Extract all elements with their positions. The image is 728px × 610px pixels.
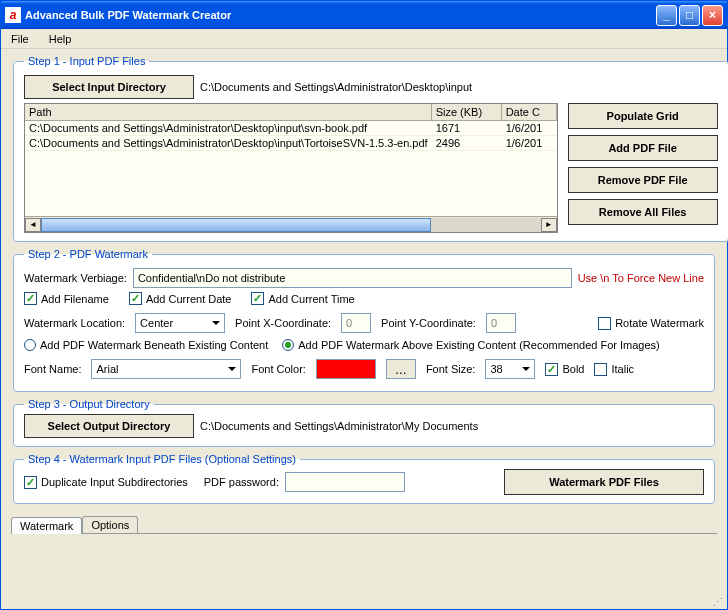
- grid-body: C:\Documents and Settings\Administrator\…: [25, 121, 557, 216]
- step2-legend: Step 2 - PDF Watermark: [24, 248, 152, 260]
- menubar: File Help: [1, 29, 727, 49]
- verbiage-input[interactable]: [133, 268, 572, 288]
- scroll-track[interactable]: [41, 218, 541, 232]
- app-icon: a: [5, 7, 21, 23]
- bottom-tabs: Watermark Options: [11, 514, 717, 534]
- menu-file[interactable]: File: [5, 31, 35, 47]
- watermark-files-button[interactable]: Watermark PDF Files: [504, 469, 704, 495]
- remove-all-button[interactable]: Remove All Files: [568, 199, 718, 225]
- step3-group: Step 3 - Output Directory Select Output …: [13, 398, 715, 447]
- col-path[interactable]: Path: [25, 104, 432, 120]
- select-output-dir-button[interactable]: Select Output Directory: [24, 414, 194, 438]
- table-row[interactable]: C:\Documents and Settings\Administrator\…: [25, 121, 557, 136]
- newline-hint: Use \n To Force New Line: [578, 272, 704, 284]
- tab-watermark[interactable]: Watermark: [11, 517, 82, 534]
- step1-group: Step 1 - Input PDF Files Select Input Di…: [13, 55, 728, 242]
- menu-help[interactable]: Help: [43, 31, 78, 47]
- input-dir-path: C:\Documents and Settings\Administrator\…: [200, 81, 472, 93]
- font-color-swatch[interactable]: [316, 359, 376, 379]
- location-dropdown[interactable]: Center: [135, 313, 225, 333]
- minimize-button[interactable]: _: [656, 5, 677, 26]
- step3-legend: Step 3 - Output Directory: [24, 398, 154, 410]
- select-input-dir-button[interactable]: Select Input Directory: [24, 75, 194, 99]
- col-date[interactable]: Date C: [502, 104, 557, 120]
- add-time-checkbox[interactable]: ✓Add Current Time: [251, 292, 354, 305]
- step2-group: Step 2 - PDF Watermark Watermark Verbiag…: [13, 248, 715, 392]
- scroll-right-icon[interactable]: ►: [541, 218, 557, 232]
- add-date-checkbox[interactable]: ✓Add Current Date: [129, 292, 232, 305]
- tab-options[interactable]: Options: [82, 516, 138, 533]
- scroll-left-icon[interactable]: ◄: [25, 218, 41, 232]
- font-size-dropdown[interactable]: 38: [485, 359, 535, 379]
- pdf-password-label: PDF password:: [204, 476, 279, 488]
- rotate-checkbox[interactable]: Rotate Watermark: [598, 317, 704, 330]
- dup-subdirs-checkbox[interactable]: ✓Duplicate Input Subdirectories: [24, 476, 188, 489]
- table-row[interactable]: C:\Documents and Settings\Administrator\…: [25, 136, 557, 151]
- beneath-radio[interactable]: Add PDF Watermark Beneath Existing Conte…: [24, 339, 268, 351]
- maximize-button[interactable]: □: [679, 5, 700, 26]
- add-pdf-button[interactable]: Add PDF File: [568, 135, 718, 161]
- scroll-thumb[interactable]: [41, 218, 431, 232]
- pdf-password-input[interactable]: [285, 472, 405, 492]
- col-size[interactable]: Size (KB): [432, 104, 502, 120]
- step4-legend: Step 4 - Watermark Input PDF Files (Opti…: [24, 453, 300, 465]
- titlebar: a Advanced Bulk PDF Watermark Creator _ …: [1, 1, 727, 29]
- font-size-label: Font Size:: [426, 363, 476, 375]
- py-label: Point Y-Coordinate:: [381, 317, 476, 329]
- px-input[interactable]: [341, 313, 371, 333]
- step1-legend: Step 1 - Input PDF Files: [24, 55, 149, 67]
- output-dir-path: C:\Documents and Settings\Administrator\…: [200, 420, 478, 432]
- grid-side-buttons: Populate Grid Add PDF File Remove PDF Fi…: [568, 103, 718, 233]
- font-name-label: Font Name:: [24, 363, 81, 375]
- bold-checkbox[interactable]: ✓Bold: [545, 363, 584, 376]
- window-title: Advanced Bulk PDF Watermark Creator: [25, 9, 654, 21]
- populate-grid-button[interactable]: Populate Grid: [568, 103, 718, 129]
- app-window: a Advanced Bulk PDF Watermark Creator _ …: [0, 0, 728, 610]
- step4-group: Step 4 - Watermark Input PDF Files (Opti…: [13, 453, 715, 504]
- font-name-dropdown[interactable]: Arial: [91, 359, 241, 379]
- grid-hscroll[interactable]: ◄ ►: [25, 216, 557, 232]
- resize-grip-icon[interactable]: ⋰: [713, 596, 723, 607]
- close-button[interactable]: ×: [702, 5, 723, 26]
- add-filename-checkbox[interactable]: ✓Add Filename: [24, 292, 109, 305]
- client-area: Step 1 - Input PDF Files Select Input Di…: [1, 49, 727, 609]
- above-radio[interactable]: Add PDF Watermark Above Existing Content…: [282, 339, 660, 351]
- font-color-label: Font Color:: [251, 363, 305, 375]
- italic-checkbox[interactable]: Italic: [594, 363, 634, 376]
- py-input[interactable]: [486, 313, 516, 333]
- verbiage-label: Watermark Verbiage:: [24, 272, 127, 284]
- files-grid[interactable]: Path Size (KB) Date C C:\Documents and S…: [24, 103, 558, 233]
- px-label: Point X-Coordinate:: [235, 317, 331, 329]
- grid-header: Path Size (KB) Date C: [25, 104, 557, 121]
- font-color-more-button[interactable]: ...: [386, 359, 416, 379]
- location-label: Watermark Location:: [24, 317, 125, 329]
- remove-pdf-button[interactable]: Remove PDF File: [568, 167, 718, 193]
